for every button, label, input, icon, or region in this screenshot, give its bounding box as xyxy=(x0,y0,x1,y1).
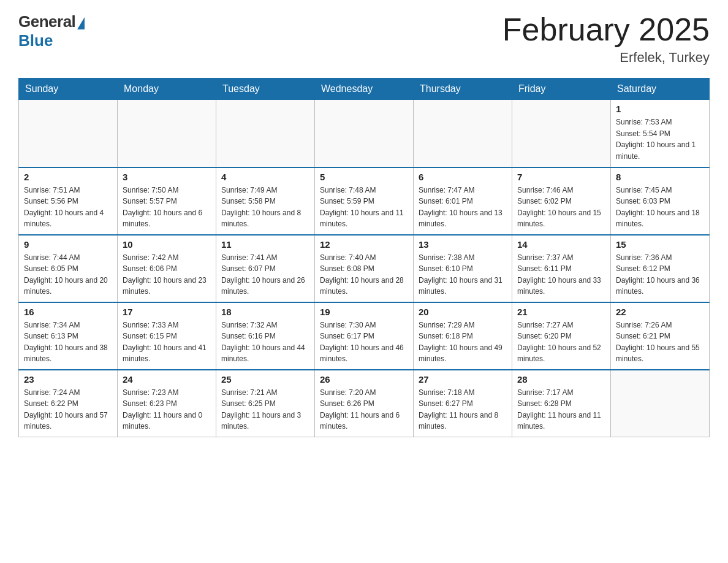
weekday-header-friday: Friday xyxy=(512,79,611,100)
day-number: 11 xyxy=(221,239,309,250)
day-info: Sunrise: 7:38 AMSunset: 6:10 PMDaylight:… xyxy=(419,252,507,297)
weekday-header-thursday: Thursday xyxy=(414,79,512,100)
day-number: 13 xyxy=(419,239,507,250)
weekday-header-sunday: Sunday xyxy=(19,79,118,100)
calendar-cell: 27Sunrise: 7:18 AMSunset: 6:27 PMDayligh… xyxy=(414,370,512,437)
calendar-cell: 24Sunrise: 7:23 AMSunset: 6:23 PMDayligh… xyxy=(118,370,216,437)
calendar-cell: 21Sunrise: 7:27 AMSunset: 6:20 PMDayligh… xyxy=(512,302,611,370)
calendar-week-row: 2Sunrise: 7:51 AMSunset: 5:56 PMDaylight… xyxy=(19,167,710,235)
calendar-week-row: 16Sunrise: 7:34 AMSunset: 6:13 PMDayligh… xyxy=(19,302,710,370)
day-info: Sunrise: 7:53 AMSunset: 5:54 PMDaylight:… xyxy=(616,117,704,162)
day-number: 4 xyxy=(221,172,309,182)
day-number: 26 xyxy=(320,374,408,385)
day-number: 8 xyxy=(616,172,704,182)
calendar-table: SundayMondayTuesdayWednesdayThursdayFrid… xyxy=(18,78,710,437)
day-info: Sunrise: 7:45 AMSunset: 6:03 PMDaylight:… xyxy=(616,185,704,230)
calendar-week-row: 1Sunrise: 7:53 AMSunset: 5:54 PMDaylight… xyxy=(19,100,710,167)
calendar-cell: 10Sunrise: 7:42 AMSunset: 6:06 PMDayligh… xyxy=(118,235,216,302)
calendar-cell xyxy=(611,370,710,437)
calendar-cell: 15Sunrise: 7:36 AMSunset: 6:12 PMDayligh… xyxy=(611,235,710,302)
calendar-cell: 3Sunrise: 7:50 AMSunset: 5:57 PMDaylight… xyxy=(118,167,216,235)
day-info: Sunrise: 7:51 AMSunset: 5:56 PMDaylight:… xyxy=(24,185,112,230)
day-info: Sunrise: 7:36 AMSunset: 6:12 PMDaylight:… xyxy=(616,252,704,297)
calendar-cell: 18Sunrise: 7:32 AMSunset: 6:16 PMDayligh… xyxy=(216,302,315,370)
page-header: General Blue February 2025 Erfelek, Turk… xyxy=(18,12,710,66)
month-title: February 2025 xyxy=(502,12,710,47)
logo-blue-text: Blue xyxy=(18,31,53,50)
day-number: 16 xyxy=(24,307,112,317)
day-info: Sunrise: 7:21 AMSunset: 6:25 PMDaylight:… xyxy=(221,387,309,432)
day-number: 22 xyxy=(616,307,704,317)
calendar-cell: 12Sunrise: 7:40 AMSunset: 6:08 PMDayligh… xyxy=(315,235,414,302)
day-number: 19 xyxy=(320,307,408,317)
day-number: 24 xyxy=(123,374,211,385)
calendar-cell: 7Sunrise: 7:46 AMSunset: 6:02 PMDaylight… xyxy=(512,167,611,235)
weekday-header-tuesday: Tuesday xyxy=(216,79,315,100)
calendar-cell: 2Sunrise: 7:51 AMSunset: 5:56 PMDaylight… xyxy=(19,167,118,235)
calendar-cell: 22Sunrise: 7:26 AMSunset: 6:21 PMDayligh… xyxy=(611,302,710,370)
day-info: Sunrise: 7:17 AMSunset: 6:28 PMDaylight:… xyxy=(517,387,605,432)
logo: General Blue xyxy=(18,12,85,50)
day-info: Sunrise: 7:46 AMSunset: 6:02 PMDaylight:… xyxy=(517,185,605,230)
day-number: 14 xyxy=(517,239,605,250)
calendar-cell: 6Sunrise: 7:47 AMSunset: 6:01 PMDaylight… xyxy=(414,167,512,235)
calendar-cell xyxy=(19,100,118,167)
weekday-header-wednesday: Wednesday xyxy=(315,79,414,100)
day-info: Sunrise: 7:40 AMSunset: 6:08 PMDaylight:… xyxy=(320,252,408,297)
day-number: 18 xyxy=(221,307,309,317)
day-info: Sunrise: 7:32 AMSunset: 6:16 PMDaylight:… xyxy=(221,320,309,365)
day-number: 27 xyxy=(419,374,507,385)
calendar-cell xyxy=(118,100,216,167)
day-info: Sunrise: 7:33 AMSunset: 6:15 PMDaylight:… xyxy=(123,320,211,365)
calendar-cell: 23Sunrise: 7:24 AMSunset: 6:22 PMDayligh… xyxy=(19,370,118,437)
day-number: 2 xyxy=(24,172,112,182)
calendar-week-row: 9Sunrise: 7:44 AMSunset: 6:05 PMDaylight… xyxy=(19,235,710,302)
day-info: Sunrise: 7:27 AMSunset: 6:20 PMDaylight:… xyxy=(517,320,605,365)
day-info: Sunrise: 7:41 AMSunset: 6:07 PMDaylight:… xyxy=(221,252,309,297)
weekday-header-saturday: Saturday xyxy=(611,79,710,100)
calendar-cell: 8Sunrise: 7:45 AMSunset: 6:03 PMDaylight… xyxy=(611,167,710,235)
day-info: Sunrise: 7:48 AMSunset: 5:59 PMDaylight:… xyxy=(320,185,408,230)
location-text: Erfelek, Turkey xyxy=(502,50,710,66)
calendar-week-row: 23Sunrise: 7:24 AMSunset: 6:22 PMDayligh… xyxy=(19,370,710,437)
day-number: 5 xyxy=(320,172,408,182)
day-info: Sunrise: 7:24 AMSunset: 6:22 PMDaylight:… xyxy=(24,387,112,432)
day-number: 28 xyxy=(517,374,605,385)
calendar-cell: 1Sunrise: 7:53 AMSunset: 5:54 PMDaylight… xyxy=(611,100,710,167)
day-info: Sunrise: 7:47 AMSunset: 6:01 PMDaylight:… xyxy=(419,185,507,230)
calendar-cell xyxy=(414,100,512,167)
day-info: Sunrise: 7:49 AMSunset: 5:58 PMDaylight:… xyxy=(221,185,309,230)
calendar-cell: 16Sunrise: 7:34 AMSunset: 6:13 PMDayligh… xyxy=(19,302,118,370)
calendar-cell: 14Sunrise: 7:37 AMSunset: 6:11 PMDayligh… xyxy=(512,235,611,302)
day-info: Sunrise: 7:34 AMSunset: 6:13 PMDaylight:… xyxy=(24,320,112,365)
day-info: Sunrise: 7:23 AMSunset: 6:23 PMDaylight:… xyxy=(123,387,211,432)
day-number: 15 xyxy=(616,239,704,250)
day-number: 25 xyxy=(221,374,309,385)
day-number: 6 xyxy=(419,172,507,182)
calendar-cell: 28Sunrise: 7:17 AMSunset: 6:28 PMDayligh… xyxy=(512,370,611,437)
day-number: 21 xyxy=(517,307,605,317)
calendar-cell xyxy=(512,100,611,167)
calendar-cell: 25Sunrise: 7:21 AMSunset: 6:25 PMDayligh… xyxy=(216,370,315,437)
calendar-cell: 9Sunrise: 7:44 AMSunset: 6:05 PMDaylight… xyxy=(19,235,118,302)
day-number: 1 xyxy=(616,104,704,114)
day-number: 12 xyxy=(320,239,408,250)
day-number: 23 xyxy=(24,374,112,385)
weekday-header-monday: Monday xyxy=(118,79,216,100)
day-info: Sunrise: 7:37 AMSunset: 6:11 PMDaylight:… xyxy=(517,252,605,297)
day-info: Sunrise: 7:20 AMSunset: 6:26 PMDaylight:… xyxy=(320,387,408,432)
day-number: 7 xyxy=(517,172,605,182)
day-number: 17 xyxy=(123,307,211,317)
calendar-cell: 17Sunrise: 7:33 AMSunset: 6:15 PMDayligh… xyxy=(118,302,216,370)
calendar-cell xyxy=(216,100,315,167)
weekday-header-row: SundayMondayTuesdayWednesdayThursdayFrid… xyxy=(19,79,710,100)
day-number: 20 xyxy=(419,307,507,317)
day-number: 3 xyxy=(123,172,211,182)
day-info: Sunrise: 7:42 AMSunset: 6:06 PMDaylight:… xyxy=(123,252,211,297)
day-info: Sunrise: 7:50 AMSunset: 5:57 PMDaylight:… xyxy=(123,185,211,230)
calendar-cell: 26Sunrise: 7:20 AMSunset: 6:26 PMDayligh… xyxy=(315,370,414,437)
day-info: Sunrise: 7:18 AMSunset: 6:27 PMDaylight:… xyxy=(419,387,507,432)
calendar-cell: 4Sunrise: 7:49 AMSunset: 5:58 PMDaylight… xyxy=(216,167,315,235)
day-info: Sunrise: 7:29 AMSunset: 6:18 PMDaylight:… xyxy=(419,320,507,365)
calendar-cell: 19Sunrise: 7:30 AMSunset: 6:17 PMDayligh… xyxy=(315,302,414,370)
